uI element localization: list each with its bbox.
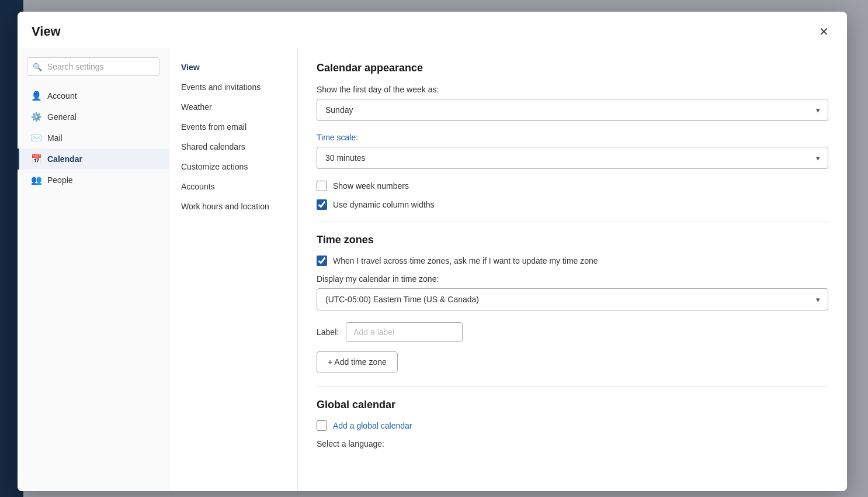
- time-scale-wrapper: 5 minutes 6 minutes 10 minutes 15 minute…: [317, 147, 828, 169]
- modal-title: View: [32, 24, 61, 39]
- timezone-select-wrapper: (UTC-05:00) Eastern Time (US & Canada) (…: [317, 288, 828, 310]
- close-button[interactable]: ✕: [814, 22, 833, 41]
- sidebar-item-calendar-label: Calendar: [47, 154, 82, 164]
- first-day-wrapper: Sunday Monday Saturday ▾: [317, 99, 828, 121]
- sidebar-item-people-label: People: [47, 175, 73, 185]
- sidebar-item-mail-label: Mail: [47, 133, 63, 143]
- add-timezone-button[interactable]: + Add time zone: [317, 351, 398, 372]
- add-global-calendar-label: Add a global calendar: [333, 421, 412, 430]
- show-week-numbers-checkbox[interactable]: [317, 181, 327, 191]
- timezone-select[interactable]: (UTC-05:00) Eastern Time (US & Canada) (…: [317, 288, 828, 310]
- settings-modal: View ✕ 🔍 👤 Account ⚙️ General ✉️ Mail 📅: [18, 12, 847, 491]
- dynamic-widths-checkbox[interactable]: [317, 199, 327, 210]
- section-nav: View Events and invitations Weather Even…: [169, 48, 298, 491]
- section-nav-events-from-email[interactable]: Events from email: [169, 117, 297, 137]
- section-nav-weather[interactable]: Weather: [169, 97, 297, 117]
- global-calendar-title: Global calendar: [317, 399, 828, 411]
- sidebar-item-general-label: General: [47, 112, 77, 122]
- gear-icon: ⚙️: [31, 112, 41, 122]
- section-nav-accounts[interactable]: Accounts: [169, 177, 297, 196]
- divider-1: [317, 222, 828, 222]
- modal-header: View ✕: [18, 12, 847, 48]
- travel-timezone-label: When I travel across time zones, ask me …: [333, 256, 598, 265]
- person-icon: 👤: [31, 91, 41, 101]
- calendar-icon: 📅: [31, 154, 41, 164]
- add-global-calendar-row: Add a global calendar: [317, 420, 828, 431]
- section-nav-view[interactable]: View: [169, 57, 297, 77]
- mail-icon: ✉️: [31, 133, 41, 143]
- show-week-numbers-label: Show week numbers: [333, 181, 409, 191]
- label-field-label: Label:: [317, 327, 339, 337]
- label-input[interactable]: [346, 322, 463, 342]
- search-box: 🔍: [27, 57, 159, 76]
- main-content: Calendar appearance Show the first day o…: [298, 48, 847, 491]
- first-day-select[interactable]: Sunday Monday Saturday: [317, 99, 828, 121]
- first-day-label: Show the first day of the week as:: [317, 85, 828, 94]
- search-input[interactable]: [27, 57, 159, 76]
- search-icon: 🔍: [33, 63, 42, 71]
- calendar-appearance-title: Calendar appearance: [317, 62, 828, 74]
- time-scale-select[interactable]: 5 minutes 6 minutes 10 minutes 15 minute…: [317, 147, 828, 169]
- label-row: Label:: [317, 322, 828, 342]
- sidebar-item-calendar[interactable]: 📅 Calendar: [18, 149, 169, 170]
- travel-timezone-checkbox[interactable]: [317, 256, 327, 266]
- add-global-calendar-checkbox[interactable]: [317, 420, 327, 431]
- sidebar-item-people[interactable]: 👥 People: [18, 170, 169, 191]
- divider-2: [317, 386, 828, 387]
- sidebar-item-mail[interactable]: ✉️ Mail: [18, 127, 169, 149]
- section-nav-work-hours[interactable]: Work hours and location: [169, 196, 297, 216]
- sidebar-item-general[interactable]: ⚙️ General: [18, 106, 169, 127]
- time-scale-label: Time scale:: [317, 133, 828, 142]
- time-zones-title: Time zones: [317, 234, 828, 246]
- settings-nav: 🔍 👤 Account ⚙️ General ✉️ Mail 📅 Calenda…: [18, 48, 169, 491]
- display-timezone-label: Display my calendar in time zone:: [317, 274, 828, 284]
- sidebar-item-account-label: Account: [47, 91, 77, 101]
- select-language-label: Select a language:: [317, 439, 828, 448]
- travel-timezone-row: When I travel across time zones, ask me …: [317, 256, 828, 266]
- dynamic-widths-row: Use dynamic column widths: [317, 199, 828, 210]
- modal-body: 🔍 👤 Account ⚙️ General ✉️ Mail 📅 Calenda…: [18, 48, 847, 491]
- sidebar-item-account[interactable]: 👤 Account: [18, 85, 169, 106]
- section-nav-events-invitations[interactable]: Events and invitations: [169, 77, 297, 97]
- people-icon: 👥: [31, 175, 41, 185]
- show-week-numbers-row: Show week numbers: [317, 181, 828, 191]
- dynamic-widths-label: Use dynamic column widths: [333, 200, 435, 209]
- section-nav-customize-actions[interactable]: Customize actions: [169, 157, 297, 177]
- section-nav-shared-calendars[interactable]: Shared calendars: [169, 137, 297, 157]
